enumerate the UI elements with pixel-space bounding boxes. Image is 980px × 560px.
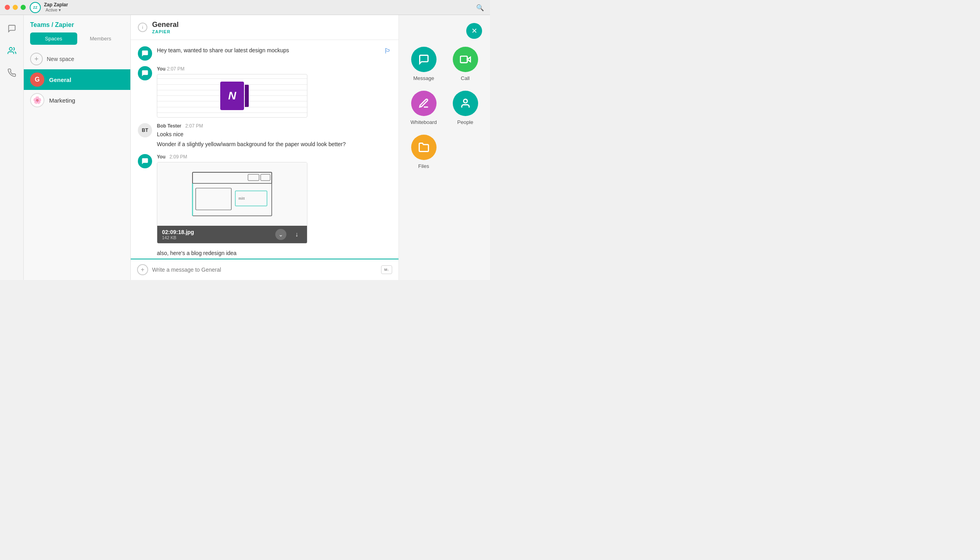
onenote-icon: N bbox=[220, 82, 244, 110]
close-traffic-light[interactable] bbox=[5, 5, 10, 10]
whiteboard-action-label: Whiteboard bbox=[410, 119, 437, 125]
sidebar-header: Teams / Zapier bbox=[24, 15, 130, 32]
svg-rect-1 bbox=[193, 172, 272, 216]
minimize-traffic-light[interactable] bbox=[13, 5, 18, 10]
message-text: Looks nice bbox=[157, 130, 391, 139]
icon-bar bbox=[0, 15, 24, 280]
space-name-general: General bbox=[49, 76, 71, 83]
maximize-traffic-light[interactable] bbox=[21, 5, 26, 10]
sidebar-tabs: Spaces Members bbox=[24, 32, 130, 45]
message-content: also, here's a blog redesign idea bbox=[157, 249, 391, 257]
markdown-toggle[interactable]: M↓ bbox=[381, 265, 392, 274]
titlebar-status[interactable]: Active ▾ bbox=[46, 8, 68, 13]
message-time: 2:07 PM bbox=[185, 123, 203, 129]
message-action-circle bbox=[411, 47, 437, 72]
titlebar: ZZ Zap Zaplar Active ▾ 🔍 bbox=[0, 0, 490, 15]
svg-point-0 bbox=[9, 48, 12, 50]
people-action-circle bbox=[453, 91, 478, 116]
teams-nav-icon[interactable] bbox=[5, 44, 19, 58]
message-row: BT Bob Tester 2:07 PM Looks nice Wonder … bbox=[138, 123, 391, 149]
svg-rect-3 bbox=[248, 174, 259, 181]
message-text-2: Wonder if a slightly yellow/warm backgro… bbox=[157, 140, 391, 149]
calls-nav-icon[interactable] bbox=[5, 66, 19, 80]
info-icon[interactable]: i bbox=[138, 23, 147, 32]
call-action-circle bbox=[453, 47, 478, 72]
right-panel: ✕ Message Call bbox=[399, 15, 490, 280]
channel-team: ZAPIER bbox=[152, 29, 179, 34]
files-action-label: Files bbox=[418, 163, 429, 169]
message-row: also, here's a blog redesign idea bbox=[138, 249, 391, 257]
add-attachment-button[interactable]: + bbox=[137, 264, 148, 275]
titlebar-username: Zap Zaplar bbox=[44, 2, 68, 8]
traffic-lights bbox=[5, 5, 26, 10]
search-icon[interactable]: 🔍 bbox=[476, 4, 484, 11]
flag-icon[interactable]: 🏳 bbox=[384, 47, 391, 55]
action-grid: Message Call bbox=[407, 47, 482, 169]
chat-header: i General ZAPIER bbox=[131, 15, 398, 40]
chat-area: i General ZAPIER Hey team, wanted to sha… bbox=[131, 15, 399, 280]
svg-text:mitt: mitt bbox=[238, 196, 245, 200]
chat-nav-icon[interactable] bbox=[5, 21, 19, 36]
action-item-call[interactable]: Call bbox=[448, 47, 482, 81]
message-content: Bob Tester 2:07 PM Looks nice Wonder if … bbox=[157, 123, 391, 149]
files-action-circle bbox=[411, 135, 437, 160]
sketch-image: mitt bbox=[157, 162, 307, 226]
space-item-general[interactable]: G General bbox=[24, 69, 130, 90]
new-space-plus-icon: + bbox=[30, 53, 43, 65]
chat-input-area: + M↓ bbox=[131, 259, 398, 280]
space-name-marketing: Marketing bbox=[49, 97, 75, 104]
message-row: You 2:09 PM bbox=[138, 154, 391, 244]
sketch-options-button[interactable]: ⌄ bbox=[275, 229, 286, 240]
sketch-filesize: 142 KB bbox=[162, 235, 194, 240]
svg-rect-10 bbox=[460, 56, 467, 63]
tab-spaces[interactable]: Spaces bbox=[30, 32, 77, 45]
channel-name: General bbox=[152, 21, 179, 29]
message-content: Hey team, wanted to share our latest des… bbox=[157, 46, 391, 55]
message-sender: You bbox=[157, 66, 166, 72]
user-avatar-title: ZZ bbox=[30, 2, 41, 13]
onenote-attachment[interactable]: N bbox=[157, 74, 307, 118]
sketch-drawing: mitt bbox=[177, 166, 288, 222]
action-item-message[interactable]: Message bbox=[407, 47, 440, 81]
avatar: BT bbox=[138, 123, 152, 137]
space-avatar-general: G bbox=[30, 72, 44, 87]
message-content: You 2:07 PM bbox=[157, 66, 391, 118]
message-action-label: Message bbox=[413, 75, 434, 81]
sketch-footer: 02:09:18.jpg 142 KB ⌄ ↓ bbox=[157, 226, 307, 243]
message-sender: Bob Tester bbox=[157, 123, 181, 129]
sketch-filename: 02:09:18.jpg bbox=[162, 229, 194, 235]
people-action-label: People bbox=[457, 119, 473, 125]
sidebar: Teams / Zapier Spaces Members + New spac… bbox=[24, 15, 131, 280]
action-item-files[interactable]: Files bbox=[407, 135, 440, 169]
action-item-people[interactable]: People bbox=[448, 91, 482, 125]
svg-rect-5 bbox=[196, 188, 231, 210]
svg-point-11 bbox=[463, 99, 467, 103]
svg-rect-4 bbox=[261, 174, 270, 181]
space-avatar-marketing: 🌸 bbox=[30, 93, 44, 107]
message-text: Hey team, wanted to share our latest des… bbox=[157, 46, 289, 55]
tab-members[interactable]: Members bbox=[77, 32, 124, 45]
call-action-label: Call bbox=[461, 75, 469, 81]
close-panel-button[interactable]: ✕ bbox=[466, 23, 482, 39]
message-sender: You bbox=[157, 154, 166, 160]
app-layout: Teams / Zapier Spaces Members + New spac… bbox=[0, 15, 490, 280]
space-item-marketing[interactable]: 🌸 Marketing bbox=[24, 90, 130, 110]
message-text: also, here's a blog redesign idea bbox=[157, 250, 236, 256]
svg-rect-2 bbox=[193, 172, 272, 183]
new-space-label: New space bbox=[47, 56, 74, 62]
avatar bbox=[138, 66, 152, 80]
message-content: You 2:09 PM bbox=[157, 154, 391, 244]
sketch-download-button[interactable]: ↓ bbox=[291, 229, 302, 240]
message-input[interactable] bbox=[152, 267, 377, 273]
new-space-button[interactable]: + New space bbox=[24, 49, 130, 69]
message-time: 2:07 PM bbox=[167, 66, 185, 72]
sketch-attachment[interactable]: mitt 02:09:18.jpg 142 KB ⌄ bbox=[157, 162, 307, 244]
message-row: You 2:07 PM bbox=[138, 66, 391, 118]
chat-messages: Hey team, wanted to share our latest des… bbox=[131, 40, 398, 259]
avatar bbox=[138, 46, 152, 61]
message-row: Hey team, wanted to share our latest des… bbox=[138, 46, 391, 61]
action-item-whiteboard[interactable]: Whiteboard bbox=[407, 91, 440, 125]
sketch-actions: ⌄ ↓ bbox=[275, 229, 302, 240]
whiteboard-action-circle bbox=[411, 91, 437, 116]
message-time: 2:09 PM bbox=[170, 154, 187, 160]
